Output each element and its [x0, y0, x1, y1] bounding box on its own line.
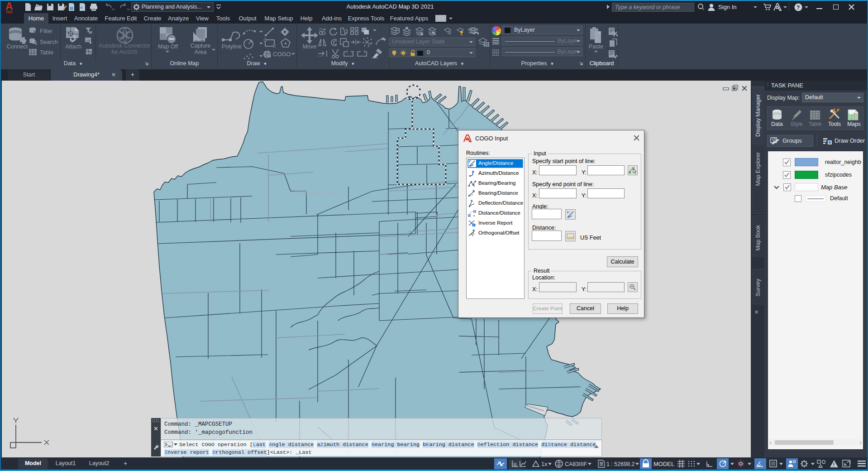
svg-text:1 : 52698.2: 1 : 52698.2 — [606, 461, 635, 467]
svg-text:i: i — [473, 224, 474, 227]
svg-text:n: n — [369, 42, 371, 46]
svg-text:MODEL: MODEL — [653, 461, 674, 467]
svg-text:CA83IIIF: CA83IIIF — [565, 461, 587, 467]
svg-text:!: ! — [833, 462, 835, 467]
svg-text:Window Snip: Window Snip — [295, 189, 337, 197]
svg-text:1: 1 — [473, 184, 475, 187]
svg-text:1x: 1x — [541, 461, 548, 467]
svg-text:?: ? — [796, 5, 800, 11]
